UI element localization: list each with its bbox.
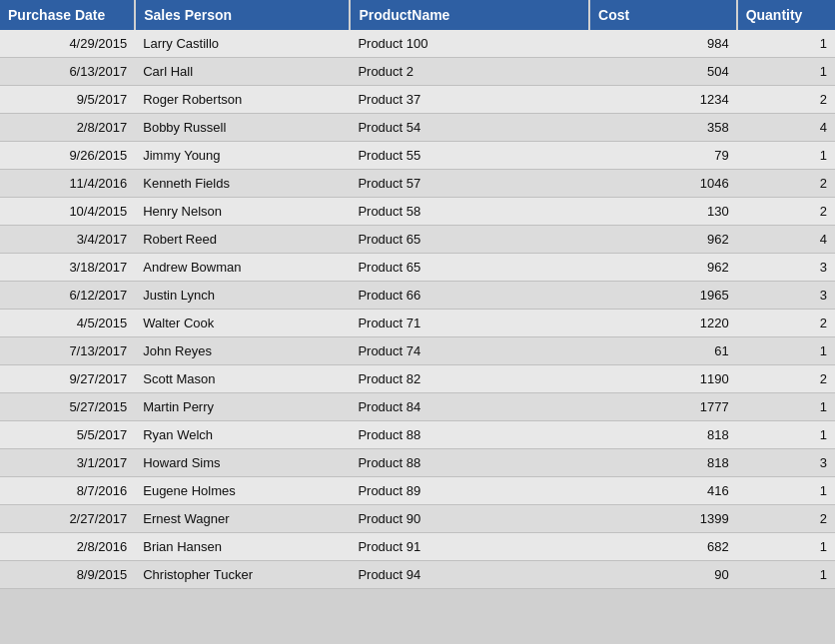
cell-person: Carl Hall <box>135 58 350 86</box>
table-row: 9/26/2015Jimmy YoungProduct 55791 <box>0 142 835 170</box>
table-row: 8/7/2016Eugene HolmesProduct 894161 <box>0 477 835 505</box>
cell-cost: 61 <box>589 337 737 365</box>
cell-product: Product 100 <box>350 30 589 58</box>
cell-person: Kenneth Fields <box>135 170 350 198</box>
cell-cost: 1046 <box>589 170 737 198</box>
table-row: 8/9/2015Christopher TuckerProduct 94901 <box>0 561 835 589</box>
cell-quantity: 1 <box>737 30 835 58</box>
cell-quantity: 3 <box>737 282 835 310</box>
table-row: 7/13/2017John ReyesProduct 74611 <box>0 337 835 365</box>
cell-cost: 1190 <box>589 365 737 393</box>
cell-product: Product 65 <box>350 254 589 282</box>
table-row: 4/5/2015Walter CookProduct 7112202 <box>0 310 835 337</box>
cell-cost: 130 <box>589 198 737 226</box>
table-row: 3/4/2017Robert ReedProduct 659624 <box>0 226 835 254</box>
cell-date: 5/27/2015 <box>0 393 135 421</box>
cell-cost: 90 <box>589 561 737 589</box>
cell-quantity: 1 <box>737 393 835 421</box>
cell-date: 6/13/2017 <box>0 58 135 86</box>
cell-quantity: 1 <box>737 421 835 449</box>
header-purchase-date: Purchase Date <box>0 0 135 30</box>
cell-cost: 1220 <box>589 310 737 337</box>
cell-quantity: 2 <box>737 310 835 337</box>
table-row: 5/27/2015Martin PerryProduct 8417771 <box>0 393 835 421</box>
cell-person: Jimmy Young <box>135 142 350 170</box>
cell-quantity: 2 <box>737 365 835 393</box>
table-row: 6/12/2017Justin LynchProduct 6619653 <box>0 282 835 310</box>
cell-cost: 416 <box>589 477 737 505</box>
cell-quantity: 2 <box>737 86 835 114</box>
cell-product: Product 54 <box>350 114 589 142</box>
cell-quantity: 1 <box>737 58 835 86</box>
header-product-name: ProductName <box>350 0 589 30</box>
cell-person: Bobby Russell <box>135 114 350 142</box>
cell-person: Justin Lynch <box>135 282 350 310</box>
cell-date: 8/7/2016 <box>0 477 135 505</box>
cell-product: Product 58 <box>350 198 589 226</box>
cell-person: Roger Robertson <box>135 86 350 114</box>
table-row: 3/18/2017Andrew BowmanProduct 659623 <box>0 254 835 282</box>
cell-person: Scott Mason <box>135 365 350 393</box>
table-row: 5/5/2017Ryan WelchProduct 888181 <box>0 421 835 449</box>
cell-product: Product 57 <box>350 170 589 198</box>
cell-quantity: 4 <box>737 114 835 142</box>
cell-product: Product 74 <box>350 337 589 365</box>
cell-cost: 1234 <box>589 86 737 114</box>
cell-date: 8/9/2015 <box>0 561 135 589</box>
cell-person: Robert Reed <box>135 226 350 254</box>
cell-date: 3/4/2017 <box>0 226 135 254</box>
table-row: 2/8/2016Brian HansenProduct 916821 <box>0 533 835 561</box>
cell-person: Eugene Holmes <box>135 477 350 505</box>
cell-cost: 1965 <box>589 282 737 310</box>
cell-date: 10/4/2015 <box>0 198 135 226</box>
cell-product: Product 55 <box>350 142 589 170</box>
cell-person: Andrew Bowman <box>135 254 350 282</box>
main-table-container: Purchase Date Sales Person ProductName C… <box>0 0 835 589</box>
cell-date: 9/26/2015 <box>0 142 135 170</box>
cell-date: 11/4/2016 <box>0 170 135 198</box>
cell-quantity: 1 <box>737 533 835 561</box>
cell-product: Product 65 <box>350 226 589 254</box>
cell-cost: 79 <box>589 142 737 170</box>
cell-cost: 358 <box>589 114 737 142</box>
cell-quantity: 2 <box>737 505 835 533</box>
cell-person: Martin Perry <box>135 393 350 421</box>
cell-quantity: 3 <box>737 449 835 477</box>
cell-cost: 1777 <box>589 393 737 421</box>
cell-quantity: 1 <box>737 337 835 365</box>
cell-date: 6/12/2017 <box>0 282 135 310</box>
header-row: Purchase Date Sales Person ProductName C… <box>0 0 835 30</box>
cell-person: Ryan Welch <box>135 421 350 449</box>
table-row: 2/8/2017Bobby RussellProduct 543584 <box>0 114 835 142</box>
header-cost: Cost <box>589 0 737 30</box>
cell-cost: 818 <box>589 449 737 477</box>
cell-cost: 962 <box>589 254 737 282</box>
table-row: 4/29/2015Larry CastilloProduct 1009841 <box>0 30 835 58</box>
cell-product: Product 88 <box>350 449 589 477</box>
table-row: 10/4/2015Henry NelsonProduct 581302 <box>0 198 835 226</box>
table-row: 11/4/2016Kenneth FieldsProduct 5710462 <box>0 170 835 198</box>
cell-product: Product 82 <box>350 365 589 393</box>
cell-cost: 1399 <box>589 505 737 533</box>
cell-date: 3/18/2017 <box>0 254 135 282</box>
cell-person: Brian Hansen <box>135 533 350 561</box>
table-body: 4/29/2015Larry CastilloProduct 10098416/… <box>0 30 835 589</box>
cell-quantity: 2 <box>737 198 835 226</box>
table-row: 9/5/2017Roger RobertsonProduct 3712342 <box>0 86 835 114</box>
cell-cost: 962 <box>589 226 737 254</box>
data-table: Purchase Date Sales Person ProductName C… <box>0 0 835 589</box>
cell-product: Product 66 <box>350 282 589 310</box>
cell-person: Ernest Wagner <box>135 505 350 533</box>
cell-cost: 984 <box>589 30 737 58</box>
cell-date: 2/8/2016 <box>0 533 135 561</box>
cell-quantity: 1 <box>737 561 835 589</box>
cell-date: 4/5/2015 <box>0 310 135 337</box>
cell-person: John Reyes <box>135 337 350 365</box>
cell-person: Larry Castillo <box>135 30 350 58</box>
table-row: 6/13/2017Carl HallProduct 25041 <box>0 58 835 86</box>
cell-product: Product 94 <box>350 561 589 589</box>
cell-quantity: 1 <box>737 142 835 170</box>
cell-cost: 682 <box>589 533 737 561</box>
cell-person: Henry Nelson <box>135 198 350 226</box>
cell-date: 2/27/2017 <box>0 505 135 533</box>
